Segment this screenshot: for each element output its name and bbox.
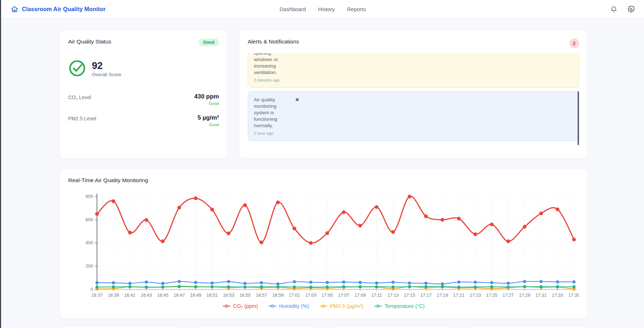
svg-text:17:07: 17:07 — [338, 293, 349, 298]
alerts-count-badge: 2 — [569, 38, 579, 48]
home-icon — [11, 5, 18, 13]
pm25-metric-value: 5 µg/m³ — [197, 114, 219, 121]
top-navigation-bar: Classroom Air Quality Monitor Dashboard … — [0, 0, 644, 19]
bottom-card-4 — [463, 327, 588, 328]
svg-text:400: 400 — [85, 240, 93, 245]
co2-metric-value: 430 ppm — [194, 93, 219, 100]
svg-text:16:37: 16:37 — [92, 293, 103, 298]
svg-text:17:09: 17:09 — [355, 293, 366, 298]
bottom-card-2 — [194, 327, 318, 328]
overall-score-label: Overall Score — [92, 72, 121, 77]
svg-text:16:51: 16:51 — [206, 293, 218, 298]
chart-legend: CO₂ (ppm)Humidity (%)PM2.5 (µg/m³)Temper… — [68, 303, 579, 310]
svg-text:16:39: 16:39 — [108, 293, 119, 298]
svg-text:17:31: 17:31 — [536, 293, 547, 298]
nav-history[interactable]: History — [318, 6, 335, 12]
app-brand[interactable]: Classroom Air Quality Monitor — [11, 5, 280, 13]
svg-text:800: 800 — [85, 194, 93, 199]
status-card-title: Air Quality Status — [68, 38, 111, 45]
nav-dashboard[interactable]: Dashboard — [280, 6, 306, 12]
air-quality-status-card: Air Quality Status Good 92 Overall Score — [59, 29, 228, 159]
settings-gear-icon[interactable] — [627, 6, 635, 13]
svg-text:16:47: 16:47 — [174, 293, 185, 298]
overall-score-value: 92 — [92, 61, 121, 71]
legend-item[interactable]: Temperature (°C) — [374, 303, 424, 309]
alert-item-warning: opening windows or increasing ventilatio… — [248, 53, 579, 88]
legend-series-label: CO₂ (ppm) — [233, 303, 258, 309]
alerts-scroll-area[interactable]: opening windows or increasing ventilatio… — [248, 53, 579, 147]
svg-text:16:55: 16:55 — [239, 293, 251, 298]
alert-warning-timestamp: 2 minutes ago — [254, 78, 573, 82]
chart-title: Real-Time Air Quality Monitoring — [68, 177, 579, 184]
alert-warning-message: opening windows or increasing ventilatio… — [254, 53, 290, 76]
co2-metric-row: CO₂ Level 430 ppm Good — [68, 93, 219, 106]
screen-left-edge — [0, 0, 1, 328]
overall-status-badge: Good — [199, 38, 219, 46]
legend-series-marker-icon — [269, 304, 276, 308]
nav-reports[interactable]: Reports — [347, 6, 366, 12]
legend-item[interactable]: Humidity (%) — [269, 303, 309, 309]
svg-text:17:13: 17:13 — [387, 293, 398, 298]
alerts-notifications-card: Alerts & Notifications 2 opening windows… — [239, 29, 588, 159]
pm25-metric-status: Good — [197, 123, 219, 127]
legend-item[interactable]: CO₂ (ppm) — [223, 303, 258, 309]
pm25-metric-row: PM2.5 Level 5 µg/m³ Good — [68, 114, 219, 127]
svg-text:16:57: 16:57 — [256, 293, 267, 298]
legend-series-marker-icon — [223, 304, 230, 308]
svg-text:17:11: 17:11 — [371, 293, 382, 298]
main-nav: Dashboard History Reports — [280, 6, 366, 12]
svg-text:17:19: 17:19 — [437, 293, 448, 298]
svg-text:600: 600 — [85, 217, 93, 222]
svg-text:0: 0 — [90, 287, 93, 292]
legend-item[interactable]: PM2.5 (µg/m³) — [319, 303, 363, 309]
svg-text:17:15: 17:15 — [404, 293, 415, 298]
svg-text:17:33: 17:33 — [552, 293, 563, 298]
svg-text:17:27: 17:27 — [503, 293, 514, 298]
alert-info-message: Air quality monitoring system is functio… — [254, 97, 290, 129]
svg-text:17:35: 17:35 — [568, 293, 579, 298]
alerts-card-title: Alerts & Notifications — [248, 38, 299, 45]
svg-text:16:53: 16:53 — [223, 293, 234, 298]
svg-text:17:03: 17:03 — [305, 293, 316, 298]
svg-text:16:49: 16:49 — [190, 293, 201, 298]
alert-info-timestamp: 1 hour ago — [254, 131, 573, 135]
svg-text:17:05: 17:05 — [322, 293, 333, 298]
svg-text:200: 200 — [85, 264, 93, 269]
notifications-bell-icon[interactable] — [610, 6, 617, 13]
svg-text:16:45: 16:45 — [157, 293, 168, 298]
realtime-chart-card: Real-Time Air Quality Monitoring 0200400… — [59, 168, 588, 319]
legend-series-label: PM2.5 (µg/m³) — [330, 303, 363, 309]
legend-series-label: Humidity (%) — [279, 303, 309, 309]
check-circle-icon — [68, 59, 86, 79]
co2-metric-label: CO₂ Level — [68, 93, 91, 100]
svg-text:17:01: 17:01 — [289, 293, 300, 298]
dashboard-content: Air Quality Status Good 92 Overall Score — [0, 19, 644, 328]
co2-metric-status: Good — [194, 101, 219, 106]
svg-text:16:59: 16:59 — [272, 293, 284, 298]
alerts-scrollbar-thumb[interactable] — [578, 91, 579, 145]
svg-text:17:17: 17:17 — [420, 293, 431, 298]
bottom-cards-row — [59, 327, 588, 328]
svg-text:17:25: 17:25 — [486, 293, 497, 298]
svg-text:17:23: 17:23 — [470, 293, 481, 298]
bottom-card-3 — [329, 327, 453, 328]
svg-text:16:43: 16:43 — [141, 293, 152, 298]
legend-series-marker-icon — [374, 304, 382, 308]
alert-item-info: Air quality monitoring system is functio… — [248, 91, 579, 141]
legend-series-label: Temperature (°C) — [384, 303, 424, 309]
alert-close-icon[interactable]: × — [295, 97, 299, 103]
pm25-metric-label: PM2.5 Level — [68, 114, 96, 121]
bottom-card-1 — [59, 327, 184, 328]
svg-text:17:29: 17:29 — [519, 293, 530, 298]
app-title: Classroom Air Quality Monitor — [22, 6, 106, 13]
svg-text:16:41: 16:41 — [124, 293, 135, 298]
legend-series-marker-icon — [319, 304, 327, 308]
svg-text:17:21: 17:21 — [453, 293, 465, 298]
air-quality-line-chart[interactable]: 020040060080016:3716:3916:4116:4316:4516… — [68, 189, 579, 302]
